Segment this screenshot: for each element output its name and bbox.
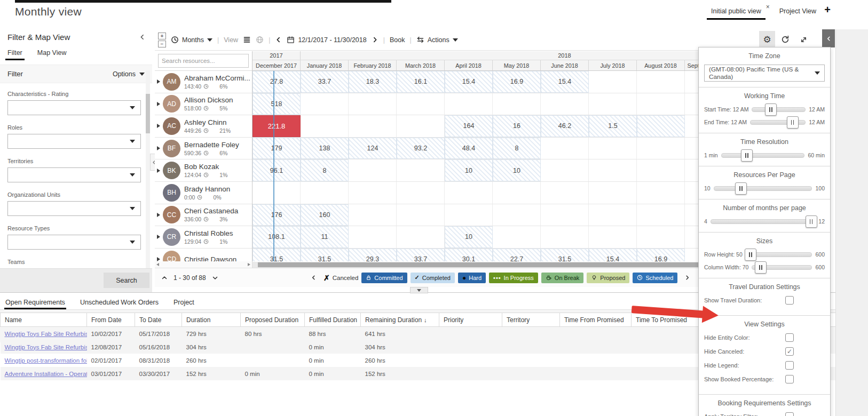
slider-track[interactable] [752, 107, 806, 112]
resource-row[interactable]: CRChristal Robles129:041% [155, 226, 252, 249]
schedule-cell[interactable]: 18.3 [349, 71, 397, 93]
schedule-cell[interactable] [541, 93, 589, 115]
schedule-cell[interactable]: 31.5 [252, 249, 301, 261]
schedule-cell[interactable] [589, 159, 637, 181]
schedule-cell[interactable] [349, 115, 397, 137]
schedule-cell[interactable] [541, 138, 589, 159]
schedule-cell[interactable] [637, 115, 685, 137]
schedule-cell[interactable]: 33.7 [397, 249, 445, 261]
view-tab-0[interactable]: Initial public view× [710, 5, 762, 20]
schedule-cell[interactable]: 10 [445, 226, 493, 248]
schedule-cell[interactable]: 16 [493, 115, 541, 137]
schedule-cell[interactable] [541, 182, 589, 204]
slider-thumb[interactable] [765, 103, 777, 116]
schedule-cell[interactable]: 124 [349, 138, 397, 159]
schedule-cell[interactable]: 16.1 [397, 71, 445, 93]
schedule-cell[interactable] [349, 182, 397, 204]
schedule-cell[interactable] [301, 115, 349, 137]
filter-panel-tab-1[interactable]: Map View [37, 49, 67, 60]
schedule-cell[interactable]: 15.4 [445, 71, 493, 93]
requirements-tab-1[interactable]: Unscheduled Work Orders [80, 299, 159, 309]
schedule-cell[interactable]: 179 [252, 138, 301, 159]
schedule-cell[interactable] [252, 182, 301, 204]
filter-group-select[interactable] [7, 134, 141, 149]
view-tab-1[interactable]: Project View [778, 5, 817, 20]
column-header[interactable]: Remaining Duration↓ [361, 313, 439, 327]
schedule-cell[interactable] [349, 159, 397, 181]
fullscreen-button[interactable] [795, 31, 811, 48]
schedule-cell[interactable] [397, 115, 445, 137]
schedule-cell[interactable]: 15.4 [541, 71, 589, 93]
requirements-tab-0[interactable]: Open Requirements [5, 299, 65, 309]
resource-row[interactable]: BHBrady Hannon0:000% [155, 182, 252, 204]
list-view-button[interactable] [243, 36, 251, 44]
schedule-cell[interactable] [301, 93, 349, 115]
schedule-cell[interactable]: 164 [445, 115, 493, 137]
schedule-cell[interactable]: 22.7 [493, 249, 541, 261]
legend-scroll-left-icon[interactable] [307, 275, 320, 281]
resource-row[interactable]: CDChristie Dawson [155, 249, 252, 261]
settings-button[interactable]: ⚙ [759, 31, 775, 48]
schedule-cell[interactable] [397, 159, 445, 181]
schedule-cell[interactable]: 93.2 [397, 138, 445, 159]
schedule-cell[interactable] [541, 159, 589, 181]
next-period-button[interactable] [372, 36, 378, 43]
requirement-link[interactable]: Wingtip post-transformation follow... [5, 357, 87, 364]
slider-thumb[interactable] [741, 149, 753, 162]
expand-resource-icon[interactable] [157, 169, 163, 173]
schedule-cell[interactable]: 10 [445, 159, 493, 181]
schedule-cell[interactable] [589, 138, 637, 159]
schedule-cell[interactable]: 27.8 [252, 71, 301, 93]
schedule-cell[interactable]: 29.3 [349, 249, 397, 261]
schedule-cell[interactable]: 176 [252, 204, 301, 226]
expand-resource-icon[interactable] [157, 257, 163, 261]
schedule-cell[interactable] [493, 204, 541, 226]
expand-resource-icon[interactable] [157, 79, 163, 84]
filter-options-button[interactable]: Options [113, 70, 145, 78]
expand-resource-icon[interactable] [157, 235, 163, 239]
column-header[interactable]: Name [1, 313, 87, 327]
checkbox[interactable] [785, 412, 794, 416]
schedule-cell[interactable]: 33.7 [301, 71, 349, 93]
schedule-cell[interactable] [589, 204, 637, 226]
requirement-link[interactable]: Wingtip Toys Fab Site Refurbishme... [5, 344, 87, 350]
checkbox[interactable] [785, 333, 794, 342]
column-header[interactable]: Fulfilled Duration [305, 313, 361, 327]
schedule-cell[interactable]: 30.1 [445, 249, 493, 261]
schedule-cell[interactable] [637, 138, 685, 159]
slider-thumb[interactable] [755, 261, 767, 274]
resource-row[interactable]: ACAshley Chinn449:2621% [155, 115, 252, 138]
schedule-cell[interactable] [637, 226, 685, 248]
collapse-details-handle[interactable] [822, 29, 835, 47]
slider-track[interactable] [711, 219, 815, 224]
slider-thumb[interactable] [787, 116, 799, 129]
slider-track[interactable] [746, 252, 812, 257]
slider-track[interactable] [750, 120, 806, 125]
column-header[interactable]: From Date [87, 313, 135, 327]
collapse-filter-panel-icon[interactable] [139, 34, 146, 41]
search-button[interactable]: Search [104, 273, 149, 288]
schedule-cell[interactable] [397, 226, 445, 248]
schedule-cell[interactable] [541, 204, 589, 226]
schedule-cell[interactable] [541, 226, 589, 248]
requirement-link[interactable]: Wingtip Toys Fab Site Refurbishme... [5, 331, 87, 337]
requirements-tab-2[interactable]: Project [173, 299, 194, 309]
collapse-bottom-panel-handle[interactable] [410, 287, 428, 293]
slider-thumb[interactable] [745, 249, 756, 261]
schedule-cell[interactable]: 221.8 [252, 115, 301, 137]
scale-dropdown[interactable]: Months [171, 36, 212, 44]
checkbox[interactable] [785, 361, 794, 370]
resource-row[interactable]: BKBob Kozak124:041% [155, 159, 252, 182]
schedule-cell[interactable] [301, 182, 349, 204]
slider-track[interactable] [721, 153, 805, 158]
schedule-cell[interactable] [349, 93, 397, 115]
slider-track[interactable] [714, 186, 812, 191]
schedule-cell[interactable] [445, 182, 493, 204]
schedule-cell[interactable]: 160 [301, 204, 349, 226]
expand-resource-icon[interactable] [157, 146, 163, 150]
schedule-cell[interactable]: 8 [493, 138, 541, 159]
column-header[interactable]: Time From Promised [560, 313, 632, 327]
schedule-cell[interactable] [493, 226, 541, 248]
resource-column-scrollbar[interactable] [155, 261, 252, 268]
schedule-cell[interactable] [589, 71, 637, 93]
